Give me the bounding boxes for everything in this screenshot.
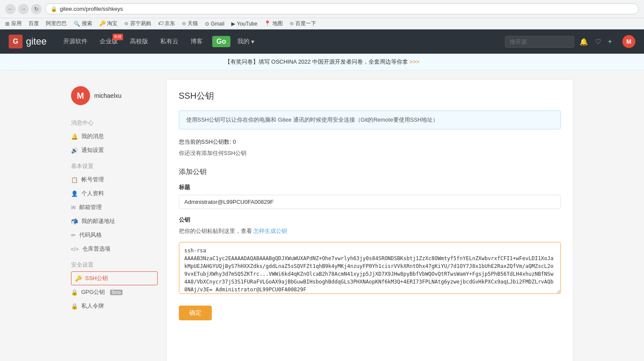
bookmark-alibaba[interactable]: 阿里巴巴 — [46, 20, 67, 27]
address-bar[interactable]: 🔒 gitee.com/profile/sshkeys — [45, 3, 639, 14]
bookmark-tmall[interactable]: ⊙ 天猫 — [182, 20, 198, 27]
nav-enterprise[interactable]: 企业版 年终 — [94, 29, 124, 54]
pubkey-how-to-link[interactable]: 怎样生成公钥 — [253, 228, 287, 234]
pubkey-label: 公钥 — [179, 216, 190, 224]
bookmark-suning[interactable]: ⊙ 苏宁易购 — [124, 20, 151, 27]
bookmark-jd[interactable]: 🏷 京东 — [158, 20, 175, 27]
sidebar-item-private-token[interactable]: 🔒 私人令牌 — [71, 299, 158, 313]
bookmark-youtube[interactable]: ▶ YouTube — [231, 21, 257, 27]
sidebar-item-label: 仓库普选项 — [82, 245, 110, 253]
sidebar-item-email[interactable]: ✉ 邮箱管理 — [71, 200, 158, 214]
gpg-beta-badge: Beta — [110, 290, 123, 295]
sidebar-profile: M michaelxu — [71, 79, 158, 114]
bookmark-label: 百度 — [29, 20, 39, 27]
user-icon: 👤 — [71, 190, 78, 197]
sidebar-item-label: 帐号管理 — [81, 176, 104, 184]
bookmark-label: 🏷 京东 — [158, 20, 175, 27]
no-ssh-message: 你还没有添加任何SSH公钥 — [179, 149, 561, 157]
bookmark-baidu[interactable]: 百度 — [29, 20, 39, 27]
ssh-count: 您当前的SSH公钥数: 0 — [179, 138, 561, 146]
sidebar-item-label: 通知设置 — [81, 146, 104, 154]
sidebar-item-label: 邮箱管理 — [79, 203, 102, 211]
enterprise-badge: 年终 — [113, 34, 123, 40]
nav-go[interactable]: Go — [212, 36, 230, 47]
bookmark-label: ⊙ Gmail — [205, 21, 224, 27]
banner-link[interactable]: >>> — [410, 58, 420, 65]
sidebar-item-account[interactable]: 📋 帐号管理 — [71, 173, 158, 187]
bookmark-taobao[interactable]: 🔑 淘宝 — [99, 20, 117, 27]
bookmark-label: 搜索 — [82, 20, 92, 27]
nav-blog[interactable]: 博客 — [184, 29, 209, 54]
sidebar-item-notification-settings[interactable]: 🔊 通知设置 — [71, 143, 158, 157]
bookmark-apps[interactable]: ⊞ 应用 — [5, 20, 22, 27]
sidebar-item-repo-options[interactable]: </> 仓库普选项 — [71, 242, 158, 256]
bookmark-search[interactable]: 🔍 搜索 — [74, 20, 92, 27]
gitee-nav: G gitee 开源软件 企业版 年终 高校版 私有云 博客 Go 我的 ▾ 🔔… — [0, 29, 644, 54]
bookmark-baidu-search[interactable]: ⊙ 百度一下 — [290, 20, 316, 27]
bookmark-label: 阿里巴巴 — [46, 20, 67, 27]
sidebar-section-security: 安全设置 — [71, 258, 158, 271]
gitee-logo[interactable]: G gitee — [9, 35, 47, 48]
sidebar-item-my-messages[interactable]: 🔔 我的消息 — [71, 129, 158, 143]
chevron-down-icon: ▾ — [251, 38, 254, 45]
nav-open-source[interactable]: 开源软件 — [57, 29, 94, 54]
info-box: 使用SSH公钥可以让你在你的电脑和 Gitee 通讯的时候使用安全连接（Git的… — [179, 110, 561, 129]
nav-university[interactable]: 高校版 — [124, 29, 154, 54]
pubkey-textarea[interactable]: ssh-rsa AAAAB3NzaC1yc2EAAAADAQABAAABgQDJ… — [179, 242, 561, 294]
title-input[interactable] — [179, 195, 561, 209]
nav-mine[interactable]: 我的 ▾ — [234, 38, 258, 45]
bookmark-gmail[interactable]: ⊙ Gmail — [205, 21, 224, 27]
gitee-logo-text: gitee — [26, 36, 47, 47]
bookmarks-bar: ⊞ 应用 百度 阿里巴巴 🔍 搜索 🔑 淘宝 ⊙ 苏宁易购 🏷 京东 ⊙ 天猫 … — [0, 18, 644, 29]
key-icon: 🔑 — [75, 275, 82, 282]
sidebar-item-label: 个人资料 — [81, 190, 104, 197]
sidebar-item-profile[interactable]: 👤 个人资料 — [71, 187, 158, 200]
nav-private-cloud[interactable]: 私有云 — [154, 29, 184, 54]
sidebar-section-messages: 消息中心 — [71, 116, 158, 129]
announcement-banner: 【有奖问卷】填写 OSCHINA 2022 中国开源开发者问卷，全套周边等你拿 … — [0, 54, 644, 71]
add-key-title: 添加公钥 — [179, 168, 561, 177]
nav-icons: 🔔 ♡ + M — [579, 35, 635, 48]
url-text: gitee.com/profile/sshkeys — [60, 6, 123, 12]
bookmark-label: 应用 — [11, 20, 22, 27]
bell-icon: 🔔 — [71, 133, 78, 140]
lock-icon: 🔒 — [51, 6, 57, 12]
main-content: SSH公钥 使用SSH公钥可以让你在你的电脑和 Gitee 通讯的时候使用安全连… — [166, 79, 573, 361]
shield-icon: 🔒 — [71, 303, 78, 309]
sidebar: M michaelxu 消息中心 🔔 我的消息 🔊 通知设置 基本设置 📋 帐号… — [71, 79, 158, 361]
bookmark-label: 🔑 淘宝 — [99, 20, 117, 27]
pubkey-label-row: 公钥 — [179, 216, 561, 224]
forward-button[interactable]: → — [18, 4, 29, 14]
confirm-button[interactable]: 确定 — [179, 306, 212, 320]
info-text: 使用SSH公钥可以让你在你的电脑和 Gitee 通讯的时候使用安全连接（Git的… — [186, 116, 439, 123]
nav-search-input[interactable] — [505, 36, 574, 48]
plus-icon[interactable]: + — [608, 38, 612, 45]
back-button[interactable]: ← — [5, 4, 16, 14]
apps-icon: ⊞ — [5, 21, 10, 27]
banner-text: 【有奖问卷】填写 OSCHINA 2022 中国开源开发者问卷，全套周边等你拿 — [225, 58, 408, 65]
nav-items: 开源软件 企业版 年终 高校版 私有云 博客 Go 我的 ▾ — [57, 29, 505, 54]
sidebar-item-label: 我的邮递地址 — [81, 217, 115, 225]
refresh-button[interactable]: ↻ — [31, 4, 42, 14]
sidebar-section-basic: 基本设置 — [71, 159, 158, 173]
main-layout: M michaelxu 消息中心 🔔 我的消息 🔊 通知设置 基本设置 📋 帐号… — [62, 71, 582, 361]
bookmark-map[interactable]: 📍 地图 — [264, 20, 282, 27]
sidebar-item-gpg-keys[interactable]: 🔒 GPG公钥 Beta — [71, 285, 158, 299]
title-label: 标题 — [179, 184, 561, 191]
sidebar-item-label: SSH公钥 — [85, 274, 108, 282]
bookmark-label: 📍 地图 — [264, 20, 282, 27]
sidebar-item-mailing-address[interactable]: 📬 我的邮递地址 — [71, 214, 158, 228]
youtube-icon: ▶ — [231, 21, 235, 27]
search-icon: 🔍 — [74, 21, 80, 27]
sidebar-item-ssh-keys[interactable]: 🔑 SSH公钥 — [71, 271, 158, 285]
page-title: SSH公钥 — [179, 90, 561, 102]
browser-bar: ← → ↻ 🔒 gitee.com/profile/sshkeys — [0, 0, 644, 18]
lock-icon: 🔒 — [71, 289, 78, 296]
bookmark-heart-icon[interactable]: ♡ — [595, 38, 601, 46]
browser-controls: ← → ↻ — [5, 4, 42, 14]
sidebar-item-code-style[interactable]: ✏ 代码风格 — [71, 228, 158, 242]
nav-user-avatar[interactable]: M — [622, 35, 635, 48]
sidebar-item-label: 私人令牌 — [81, 302, 104, 310]
notification-bell-icon[interactable]: 🔔 — [579, 38, 588, 46]
title-field-group: 标题 — [179, 184, 561, 209]
